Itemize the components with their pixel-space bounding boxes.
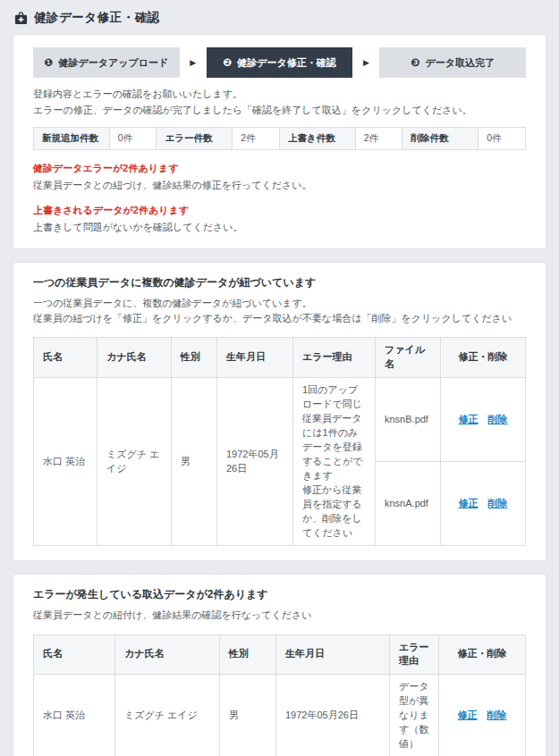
error-reason-line: 1回のアップロードで同じ従業員データには1件のみデータを登録することができます [302, 383, 366, 483]
cell-actions: 修正 削除 [441, 462, 526, 546]
fix-link[interactable]: 修正 [458, 498, 478, 508]
table-row: 水口 英治 ミズグチ エイジ 男 1972年05月26日 1回のアップロードで同… [34, 378, 526, 462]
intro-line-1: 登録内容とエラーの確認をお願いいたします。 [33, 87, 526, 103]
table-header-row: 氏名 カナ氏名 性別 生年月日 エラー理由 修正・削除 [34, 634, 526, 675]
col-birth: 生年月日 [276, 634, 390, 675]
count-label-error: エラー件数 [157, 128, 233, 150]
duplicate-section-card: 一つの従業員データに複数の健診データが紐づいています 一つの従業員データに、複数… [13, 262, 546, 561]
count-value-new: 0件 [109, 128, 157, 150]
step-3-number-icon: ❸ [411, 57, 419, 68]
fix-link[interactable]: 修正 [457, 710, 477, 720]
alert-desc: 上書きして問題がないかを確認してください。 [33, 221, 526, 234]
col-name: 氏名 [34, 338, 97, 378]
intro-text: 登録内容とエラーの確認をお願いいたします。 エラーの修正、データの確認が完了しま… [33, 87, 526, 118]
col-gender: 性別 [220, 634, 276, 675]
cell-name: 水口 英治 [34, 675, 115, 756]
alert-title: 上書きされるデータが2件あります [33, 204, 526, 217]
delete-link[interactable]: 削除 [488, 414, 508, 424]
error-count-alert: 健診データエラーが2件あります 従業員データとの紐づけ、健診結果の修正を行ってく… [33, 162, 526, 192]
cell-file-name: knsnB.pdf [376, 378, 441, 462]
intro-line-2: エラーの修正、データの確認が完了しましたら「確認を終了して取込」をクリックしてく… [33, 103, 526, 119]
col-actions: 修正・削除 [441, 338, 526, 378]
cell-gender: 男 [220, 675, 276, 756]
col-name: 氏名 [34, 634, 115, 675]
duplicate-table: 氏名 カナ氏名 性別 生年月日 エラー理由 ファイル名 修正・削除 水口 英治 … [33, 337, 526, 546]
cell-name: 水口 英治 [34, 378, 97, 546]
summary-card: ❶ 健診データアップロード ▶ ❷ 健診データ修正・確認 ▶ ❸ データ取込完了… [13, 34, 546, 249]
table-header-row: 氏名 カナ氏名 性別 生年月日 エラー理由 ファイル名 修正・削除 [34, 338, 526, 378]
fix-link[interactable]: 修正 [458, 414, 478, 424]
count-label-new: 新規追加件数 [34, 128, 110, 150]
cell-kana: ミズグチ エイジ [97, 378, 172, 546]
page-title: 健診データ修正・確認 [34, 10, 160, 26]
step-1-label: 健診データアップロード [59, 56, 169, 70]
count-value-error: 2件 [233, 128, 280, 150]
col-actions: 修正・削除 [439, 634, 526, 675]
count-value-overwrite: 2件 [355, 128, 402, 150]
alert-title: 健診データエラーが2件あります [33, 162, 526, 175]
step-upload: ❶ 健診データアップロード [33, 47, 180, 78]
section-desc: 一つの従業員データに、複数の健診データが紐づいています。 従業員の紐づけを「修正… [33, 296, 526, 326]
step-fix-confirm: ❷ 健診データ修正・確認 [207, 47, 353, 78]
step-arrow-icon: ▶ [180, 58, 207, 67]
summary-counts-table: 新規追加件数 0件 エラー件数 2件 上書き件数 2件 削除件数 0件 [33, 127, 526, 150]
overwrite-count-alert: 上書きされるデータが2件あります 上書きして問題がないかを確認してください。 [33, 204, 526, 234]
cell-error-reason: データ型が異なります（数値） [390, 675, 439, 756]
count-label-delete: 削除件数 [402, 128, 479, 150]
col-error: エラー理由 [293, 338, 376, 378]
cell-kana: ミズグチ エイジ [115, 675, 220, 756]
cell-file-name: knsnA.pdf [376, 462, 441, 546]
alert-desc: 従業員データとの紐づけ、健診結果の修正を行ってください。 [33, 179, 526, 192]
section-title: 一つの従業員データに複数の健診データが紐づいています [33, 275, 526, 290]
section-desc-line: 従業員データとの紐付け、健診結果の確認を行なってください [33, 608, 526, 623]
table-row: 水口 英治 ミズグチ エイジ 男 1972年05月26日 データ型が異なります（… [34, 675, 526, 756]
section-desc-line: 従業員の紐づけを「修正」をクリックするか、データ取込が不要な場合は「削除」をクリ… [33, 311, 526, 326]
step-1-number-icon: ❶ [44, 57, 53, 68]
error-reason-line: 修正から従業員を指定するか、削除をしてください [302, 483, 366, 541]
section-title: エラーが発生している取込データが2件あります [33, 587, 526, 602]
col-error: エラー理由 [390, 634, 439, 675]
step-arrow-icon: ▶ [352, 58, 379, 67]
error-section-card: エラーが発生している取込データが2件あります 従業員データとの紐付け、健診結果の… [13, 574, 546, 756]
step-2-label: 健診データ修正・確認 [237, 56, 336, 70]
count-label-overwrite: 上書き件数 [279, 128, 355, 150]
medical-bag-plus-icon [14, 12, 28, 25]
page-header: 健診データ修正・確認 [0, 0, 559, 34]
count-value-delete: 0件 [479, 128, 526, 150]
error-table: 氏名 カナ氏名 性別 生年月日 エラー理由 修正・削除 水口 英治 ミズグチ エ… [33, 634, 526, 756]
cell-gender: 男 [172, 378, 217, 546]
step-import-done: ❸ データ取込完了 [379, 47, 526, 78]
delete-link[interactable]: 削除 [487, 710, 507, 720]
col-birth: 生年月日 [217, 338, 293, 378]
cell-actions: 修正 削除 [441, 378, 526, 462]
stepper: ❶ 健診データアップロード ▶ ❷ 健診データ修正・確認 ▶ ❸ データ取込完了 [33, 47, 526, 78]
delete-link[interactable]: 削除 [488, 498, 508, 508]
col-file: ファイル名 [376, 338, 441, 378]
col-gender: 性別 [172, 338, 217, 378]
cell-birth: 1972年05月26日 [217, 378, 293, 546]
cell-actions: 修正 削除 [439, 675, 526, 756]
cell-birth: 1972年05月26日 [276, 675, 390, 756]
cell-error-reason: 1回のアップロードで同じ従業員データには1件のみデータを登録することができます … [293, 378, 376, 546]
step-2-number-icon: ❷ [223, 57, 232, 68]
section-desc: 従業員データとの紐付け、健診結果の確認を行なってください [33, 608, 526, 623]
col-kana: カナ氏名 [97, 338, 172, 378]
section-desc-line: 一つの従業員データに、複数の健診データが紐づいています。 [33, 296, 526, 311]
step-3-label: データ取込完了 [426, 56, 495, 70]
col-kana: カナ氏名 [115, 634, 220, 675]
